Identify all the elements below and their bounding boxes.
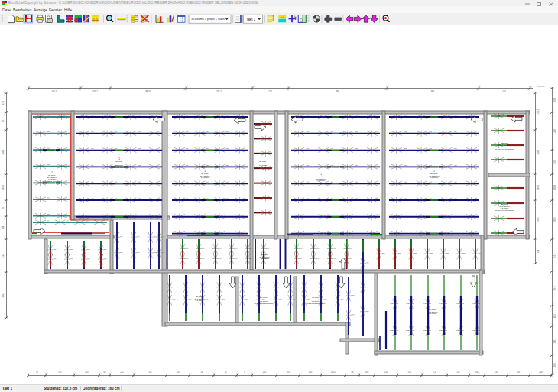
svg-text:174: 174 bbox=[268, 90, 272, 93]
svg-text:28 Joche: 28 Joche bbox=[196, 296, 203, 297]
svg-text:7,2: 7,2 bbox=[433, 371, 436, 374]
svg-text:ca 218,5 m2 Schalflache: ca 218,5 m2 Schalflache bbox=[495, 148, 514, 151]
svg-text:986: 986 bbox=[336, 90, 339, 93]
svg-text:232: 232 bbox=[2, 254, 5, 258]
svg-text:186,5: 186,5 bbox=[2, 184, 5, 190]
svg-text:303,5: 303,5 bbox=[553, 184, 556, 190]
svg-text:28 Joche: 28 Joche bbox=[312, 296, 320, 298]
svg-text:232: 232 bbox=[85, 371, 89, 374]
svg-text:26: 26 bbox=[201, 371, 203, 374]
svg-text:Takt 1: Takt 1 bbox=[246, 18, 256, 21]
svg-text:303,5: 303,5 bbox=[2, 149, 5, 154]
svg-text:303,5: 303,5 bbox=[2, 292, 5, 297]
svg-text:ca 218,5 m2 Schalflache: ca 218,5 m2 Schalflache bbox=[495, 209, 514, 212]
svg-text:303,5: 303,5 bbox=[537, 149, 540, 154]
svg-text:46: 46 bbox=[352, 371, 354, 374]
svg-text:186,5: 186,5 bbox=[537, 184, 540, 190]
svg-text:28 Joche: 28 Joche bbox=[259, 160, 267, 162]
svg-text:99: 99 bbox=[2, 207, 5, 209]
svg-text:163: 163 bbox=[502, 90, 506, 93]
svg-text:92,3: 92,3 bbox=[2, 100, 5, 105]
svg-text:28 Joche: 28 Joche bbox=[115, 160, 123, 162]
svg-text:all beams + props + slabs: all beams + props + slabs bbox=[192, 18, 225, 21]
svg-text:ca 218,5 m2 Schalflache: ca 218,5 m2 Schalflache bbox=[190, 302, 209, 304]
svg-text:148: 148 bbox=[537, 249, 540, 253]
svg-text:28 Joche: 28 Joche bbox=[48, 174, 56, 176]
svg-text:28 Joche: 28 Joche bbox=[501, 142, 508, 144]
svg-text:731,7: 731,7 bbox=[216, 90, 222, 93]
svg-text:68,5: 68,5 bbox=[553, 313, 556, 318]
svg-text:ca 218,5 m2 Schalflache: ca 218,5 m2 Schalflache bbox=[423, 315, 443, 317]
svg-text:51,5: 51,5 bbox=[553, 253, 556, 258]
svg-text:488: 488 bbox=[553, 129, 556, 133]
svg-text:164,5: 164,5 bbox=[475, 371, 480, 374]
svg-text:28 Joche: 28 Joche bbox=[260, 296, 268, 298]
svg-text:28 Joche: 28 Joche bbox=[261, 254, 268, 255]
svg-text:232: 232 bbox=[263, 371, 267, 374]
svg-text:50,5: 50,5 bbox=[553, 362, 556, 367]
svg-text:161: 161 bbox=[58, 371, 62, 374]
svg-text:ca 218,5 m2 Schalflache: ca 218,5 m2 Schalflache bbox=[424, 179, 444, 181]
svg-text:28 Joche: 28 Joche bbox=[317, 176, 325, 177]
svg-text:100,5: 100,5 bbox=[553, 338, 556, 343]
svg-text:88: 88 bbox=[104, 371, 106, 374]
svg-text:ca 218,5 m2 Schalflache: ca 218,5 m2 Schalflache bbox=[195, 179, 215, 181]
svg-text:163: 163 bbox=[365, 371, 369, 374]
svg-text:30: 30 bbox=[517, 371, 520, 374]
svg-text:232: 232 bbox=[408, 371, 412, 374]
svg-text:99: 99 bbox=[2, 120, 5, 122]
svg-text:232: 232 bbox=[495, 371, 498, 374]
svg-text:260,5: 260,5 bbox=[537, 109, 540, 114]
svg-text:232: 232 bbox=[120, 371, 124, 374]
svg-text:74: 74 bbox=[225, 371, 227, 374]
svg-text:232: 232 bbox=[384, 371, 388, 374]
svg-text:50: 50 bbox=[553, 160, 556, 163]
svg-text:988,8: 988,8 bbox=[145, 90, 151, 93]
svg-text:440,5: 440,5 bbox=[52, 90, 57, 93]
svg-text:186,5: 186,5 bbox=[553, 217, 556, 222]
svg-text:161: 161 bbox=[287, 371, 290, 374]
svg-text:100: 100 bbox=[309, 371, 313, 374]
svg-text:28 Joche: 28 Joche bbox=[429, 309, 436, 310]
svg-text:243,5: 243,5 bbox=[331, 371, 336, 374]
svg-text:318,2: 318,2 bbox=[92, 90, 98, 93]
svg-text:710,5 cm: 710,5 cm bbox=[537, 86, 545, 88]
svg-text:28 Joche: 28 Joche bbox=[501, 203, 508, 205]
svg-text:28 Joche: 28 Joche bbox=[430, 173, 438, 174]
svg-text:117,5: 117,5 bbox=[553, 286, 556, 291]
svg-text:248: 248 bbox=[539, 371, 543, 374]
svg-text:11: 11 bbox=[281, 16, 284, 19]
svg-text:986: 986 bbox=[431, 90, 435, 93]
svg-text:70: 70 bbox=[36, 371, 38, 374]
svg-text:9: 9 bbox=[244, 371, 245, 374]
svg-text:260,5: 260,5 bbox=[537, 217, 540, 222]
svg-text:148: 148 bbox=[2, 225, 5, 229]
svg-text:116: 116 bbox=[456, 371, 460, 374]
svg-text:710,5: 710,5 bbox=[553, 97, 556, 102]
svg-text:116: 116 bbox=[148, 371, 152, 374]
svg-text:28 Joche: 28 Joche bbox=[201, 173, 209, 174]
svg-text:232: 232 bbox=[177, 371, 180, 374]
